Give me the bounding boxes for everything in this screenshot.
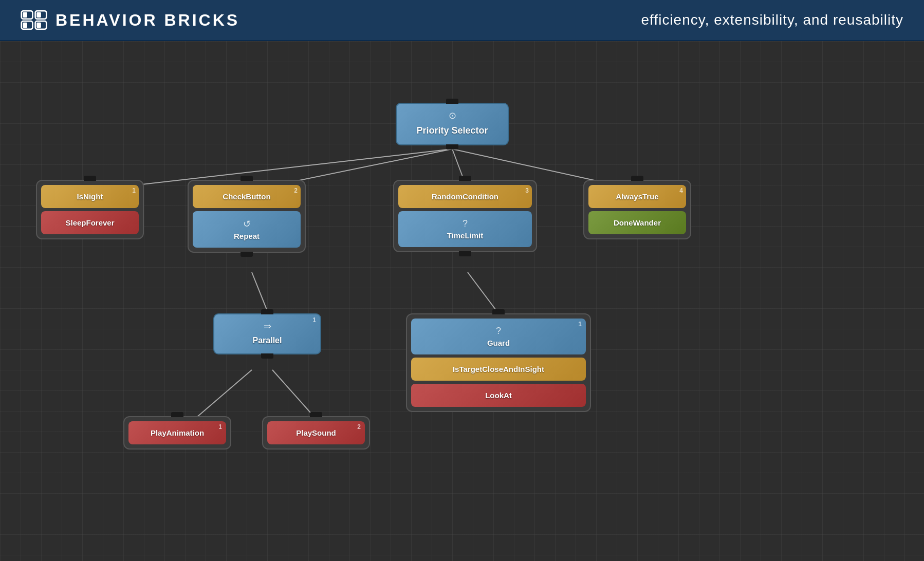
repeat-node[interactable]: ↺ Repeat [193, 211, 301, 248]
playanimation-node[interactable]: 1 PlayAnimation [128, 421, 226, 444]
checkbutton-label: CheckButton [200, 190, 293, 203]
checkbutton-number: 2 [294, 187, 298, 194]
connector-top [459, 176, 471, 181]
connector-bottom [261, 353, 273, 359]
lookat-node[interactable]: LookAt [411, 384, 586, 407]
connector-top [84, 176, 96, 181]
alwaystrue-container: 4 AlwaysTrue DoneWander [583, 180, 691, 239]
repeat-label: Repeat [200, 230, 293, 242]
guard-icon: ? [418, 326, 579, 336]
svg-rect-7 [36, 23, 41, 28]
checkbutton-node[interactable]: 2 CheckButton [193, 185, 301, 208]
randomcondition-container: 3 RandomCondition ? TimeLimit [393, 180, 537, 252]
tagline: efficiency, extensibility, and reusabili… [641, 12, 903, 28]
connector-top [241, 176, 253, 181]
priority-selector-node[interactable]: ⊙ Priority Selector [396, 103, 509, 145]
sleepforever-label: SleepForever [48, 216, 132, 229]
istargetclose-node[interactable]: IsTargetCloseAndInSight [411, 358, 586, 381]
parallel-icon: ⇒ [264, 321, 271, 332]
guard-container: 1 ? Guard IsTargetCloseAndInSight LookAt [406, 313, 591, 412]
connector-bottom [241, 252, 253, 257]
svg-rect-1 [23, 12, 27, 17]
playanimation-number: 1 [218, 423, 222, 431]
guard-node[interactable]: 1 ? Guard [411, 319, 586, 354]
connector-bottom [459, 251, 471, 256]
randomcondition-label: RandomCondition [405, 190, 525, 203]
playanimation-container: 1 PlayAnimation [123, 416, 231, 450]
svg-rect-3 [36, 12, 41, 17]
parallel-label: Parallel [247, 332, 288, 349]
connector-top [631, 176, 643, 181]
timelimit-node[interactable]: ? TimeLimit [398, 211, 532, 247]
priority-label: Priority Selector [410, 121, 494, 140]
logo-text: BEHAVIOR BRICKS [56, 11, 239, 30]
connector-top [171, 412, 183, 417]
checkbutton-container: 2 CheckButton ↺ Repeat [188, 180, 306, 253]
timelimit-label: TimeLimit [405, 229, 525, 242]
playsound-node[interactable]: 2 PlaySound [267, 421, 365, 444]
guard-label: Guard [418, 336, 579, 349]
header: BEHAVIOR BRICKS efficiency, extensibilit… [0, 0, 924, 41]
donewander-node[interactable]: DoneWander [588, 211, 686, 234]
alwaystrue-node[interactable]: 4 AlwaysTrue [588, 185, 686, 208]
alwaystrue-number: 4 [679, 187, 683, 194]
logo-icon [21, 10, 47, 30]
connector-top [446, 99, 458, 104]
isnight-node[interactable]: 1 IsNight [41, 185, 139, 208]
guard-number: 1 [578, 321, 582, 328]
playanimation-label: PlayAnimation [136, 426, 219, 439]
svg-rect-5 [23, 23, 27, 28]
alwaystrue-label: AlwaysTrue [596, 190, 679, 203]
randomcondition-node[interactable]: 3 RandomCondition [398, 185, 532, 208]
playsound-label: PlaySound [274, 426, 358, 439]
donewander-label: DoneWander [596, 216, 679, 229]
isnight-label: IsNight [48, 190, 132, 203]
priority-icon: ⊙ [449, 110, 456, 121]
isnight-number: 1 [132, 187, 136, 194]
connector-top [261, 309, 273, 314]
istargetclose-label: IsTargetCloseAndInSight [418, 363, 579, 376]
playsound-container: 2 PlaySound [262, 416, 370, 450]
connector-top [310, 412, 322, 417]
repeat-icon: ↺ [200, 218, 293, 230]
parallel-node[interactable]: 1 ⇒ Parallel [213, 313, 321, 354]
canvas: ⊙ Priority Selector 1 IsNight SleepForev… [0, 41, 924, 561]
timelimit-icon: ? [405, 218, 525, 229]
isnight-container: 1 IsNight SleepForever [36, 180, 144, 239]
parallel-number: 1 [312, 316, 316, 324]
lookat-label: LookAt [418, 389, 579, 402]
playsound-number: 2 [357, 423, 361, 431]
connector-bottom [446, 144, 458, 149]
logo-area: BEHAVIOR BRICKS [21, 10, 239, 30]
sleepforever-node[interactable]: SleepForever [41, 211, 139, 234]
connector-top [492, 309, 505, 314]
randomcondition-number: 3 [525, 187, 529, 194]
